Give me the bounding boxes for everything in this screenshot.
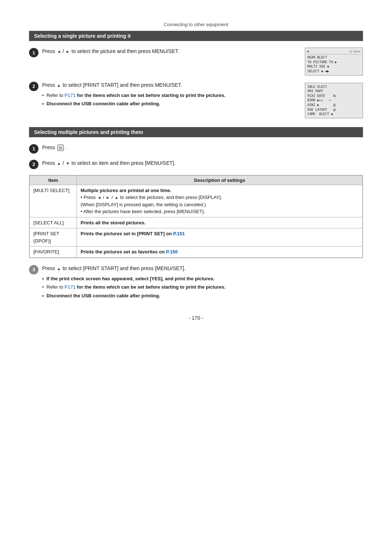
right-arrow-icon: ► [66,49,70,54]
p171-link-1[interactable]: P171 [65,93,75,98]
col-description: Description of settings [77,175,363,185]
step-1-1: 1 Press ◄ / ► to select the picture and … [29,48,363,76]
down-arrow-icon: ▼ [66,161,70,166]
section-2: Selecting multiple pictures and printing… [29,127,363,301]
step-2-1-content: Press D . [42,144,363,151]
bullet-3-1: If the print check screen has appeared, … [42,275,363,282]
page-number: - 170 - [29,315,363,321]
step-2-1-text: Press D . [42,144,363,151]
step-2-3-text: Press ▲ to select [PRINT START] and then… [42,265,363,300]
step-2-1: 1 Press D . [29,144,363,154]
section-2-header: Selecting multiple pictures and printing… [29,127,363,137]
section-1: Selecting a single picture and printing … [29,31,363,118]
step-2-1-number: 1 [29,144,38,154]
table-header: Item Description of settings [30,175,363,185]
caption: Connecting to other equipment [29,22,363,27]
section-1-header: Selecting a single picture and printing … [29,31,363,41]
table-row: [MULTI SELECT] Multiple pictures are pri… [30,185,363,217]
arrow-up-icon: ▲ [114,195,118,200]
p150-link[interactable]: P.150 [166,249,178,254]
bullet-3-2: Refer to P171 for the items which can be… [42,284,363,291]
step-1-2-text: Press ▲ to select [PRINT START] and then… [42,81,299,109]
step-1-2-image: IBLE ELECT PRI PART PIXI DATE 0▸ BIMO ▶▷… [305,81,363,118]
step-2-3-number: 3 [29,265,38,274]
table-row: [PRINT SET (DPOF)] Prints the pictures s… [30,228,363,247]
up-arrow-3-icon: ▲ [57,266,61,271]
screen-top-bar: ▶ □ ▷▷▷▷ [307,49,360,53]
up-arrow-2-icon: ▲ [57,161,61,166]
step-2-3: 3 Press ▲ to select [PRINT START] and th… [29,265,363,301]
bullet-2: Disconnect the USB connectin cable after… [42,100,299,107]
page-container: Connecting to other equipment Selecting … [0,0,392,554]
display-button-icon: D [57,144,64,151]
left-arrow-icon: ◄ [57,49,61,54]
row-favorite-item: [FAVORITE] [30,247,77,258]
table-row: [FAVORITE] Prints the pictures set as fa… [30,247,363,258]
screen-mock-1: ▶ □ ▷▷▷▷ HEAR BLECT TO PICTURE TO ▶ MULT… [305,48,363,76]
bullet-3-3: Disconnect the USB connectin cable after… [42,292,363,300]
step-2-3-content: Press ▲ to select [PRINT START] and then… [42,265,363,301]
table-header-row: Item Description of settings [30,175,363,185]
p171-link-2[interactable]: P171 [65,284,75,290]
screen-mock-2: IBLE ELECT PRI PART PIXI DATE 0▸ BIMO ▶▷… [305,83,363,118]
arrow-left-icon: ◄ [97,195,101,200]
table-row: [SELECT ALL] Prints all the stored pictu… [30,217,363,228]
row-select-all-desc: Prints all the stored pictures. [77,217,363,228]
row-print-set-item: [PRINT SET (DPOF)] [30,228,77,247]
step-1-1-row: Press ◄ / ► to select the picture and th… [42,48,363,76]
p151-link[interactable]: P.151 [173,231,185,236]
step-1-2-content: Press ▲ to select [PRINT START] and then… [42,81,363,118]
settings-table-inner: Item Description of settings [MULTI SELE… [29,175,363,258]
step-2-3-bullets: If the print check screen has appeared, … [42,275,363,300]
step-2-2-content: Press ▲ / ▼ to select an item and then p… [42,159,363,167]
step-2-2: 2 Press ▲ / ▼ to select an item and then… [29,159,363,169]
row-favorite-desc: Prints the pictures set as favorites on … [77,247,363,258]
step-1-2-number: 2 [29,82,38,91]
col-item: Item [30,175,77,185]
step-1-2: 2 Press ▲ to select [PRINT START] and th… [29,81,363,118]
settings-table: Item Description of settings [MULTI SELE… [29,175,363,258]
step-2-2-number: 2 [29,160,38,169]
bullet-1: Refer to P171 for the items which can be… [42,92,299,99]
step-1-1-number: 1 [29,48,38,57]
row-select-all-item: [SELECT ALL] [30,217,77,228]
step-1-1-text: Press ◄ / ► to select the picture and th… [42,48,299,55]
row-multi-select-item: [MULTI SELECT] [30,185,77,217]
step-1-2-row: Press ▲ to select [PRINT START] and then… [42,81,363,118]
step-1-1-image: ▶ □ ▷▷▷▷ HEAR BLECT TO PICTURE TO ▶ MULT… [305,48,363,76]
step-2-2-text: Press ▲ / ▼ to select an item and then p… [42,159,363,167]
row-multi-select-desc: Multiple pictures are printed at one tim… [77,185,363,217]
step-1-2-bullets: Refer to P171 for the items which can be… [42,92,299,107]
row-print-set-desc: Prints the pictures set in [PRINT SET] o… [77,228,363,247]
up-arrow-icon: ▲ [57,83,61,87]
arrow-right-icon: ► [106,195,110,200]
table-body: [MULTI SELECT] Multiple pictures are pri… [30,185,363,257]
step-1-1-content: Press ◄ / ► to select the picture and th… [42,48,363,76]
